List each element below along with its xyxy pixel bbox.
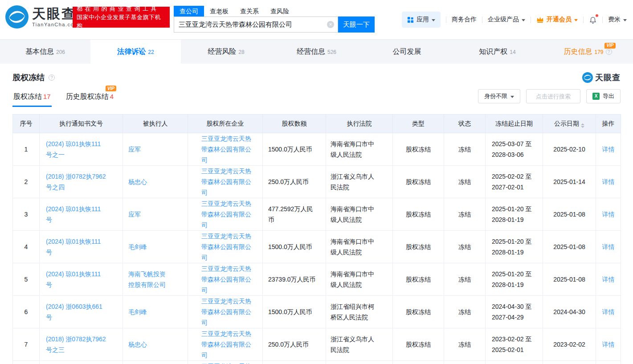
tianyancha-logo[interactable]: 天眼查 TianYanCha.com	[5, 5, 79, 29]
apps-grid-icon	[407, 16, 414, 23]
column-header-label: 状态	[458, 120, 471, 127]
nav-tab-label: 经营风险	[208, 47, 236, 57]
sub-tab-历史股权冻结[interactable]: 历史股权冻结4VIP	[65, 90, 114, 107]
cell-action: 详情	[596, 361, 621, 364]
cell-action: 详情	[596, 231, 621, 263]
sub-tab-股权冻结[interactable]: 股权冻结17	[12, 90, 52, 107]
cell-period: 2025-02-02 至 2027-02-01	[486, 166, 543, 198]
nav-tab-经营信息[interactable]: 经营信息526	[271, 40, 362, 64]
cell-court: 海南省海口市中级人民法院	[326, 198, 393, 231]
person-link[interactable]: 应军	[128, 146, 141, 153]
search-button[interactable]: 天眼一下	[338, 16, 375, 33]
company-link[interactable]: 三亚亚龙湾云天热带森林公园有限公司	[201, 265, 251, 294]
person-link[interactable]: 杨忠心	[128, 341, 147, 348]
apps-label: 应用	[417, 16, 429, 24]
detail-link[interactable]: 详情	[602, 243, 615, 250]
cell-action: 详情	[596, 166, 621, 198]
person-link[interactable]: 杨忠心	[128, 178, 147, 185]
nav-tab-经营风险[interactable]: 经营风险28	[181, 40, 271, 64]
company-link[interactable]: 三亚亚龙湾云天热带森林公园有限公司	[201, 200, 251, 229]
table-search-box[interactable]	[526, 89, 580, 103]
slogan-line2: 国家中小企业发展子基金旗下机构	[77, 13, 166, 30]
nav-tab-基本信息[interactable]: 基本信息206	[0, 40, 90, 64]
detail-link[interactable]: 详情	[602, 341, 615, 348]
vip-upgrade-menu[interactable]: 开通会员	[536, 16, 578, 24]
sort-icon[interactable]	[581, 123, 584, 128]
column-header-label: 公示日期	[554, 120, 579, 127]
cell-type: 股权冻结	[393, 133, 444, 166]
company-link[interactable]: 三亚亚龙湾云天热带森林公园有限公司	[201, 168, 251, 196]
cell-doc: (2024) 琼01执恢111号之一	[40, 133, 123, 166]
nav-tab-历史信息[interactable]: 历史信息179VIP?	[543, 40, 633, 64]
doc-link[interactable]: (2024) 琼01执恢111号	[46, 270, 101, 288]
chevron-down-icon	[623, 19, 627, 21]
company-link[interactable]: 三亚亚龙湾云天热带森林公园有限公司	[201, 135, 251, 164]
identity-filter-dropdown[interactable]: 身份不限	[478, 89, 520, 103]
cell-publish: 2025-01-08	[543, 263, 596, 296]
chevron-down-icon	[574, 19, 578, 21]
cell-amount: 477.2592万人民币	[263, 198, 326, 231]
person-link[interactable]: 应军	[128, 211, 141, 218]
export-button[interactable]: X 导出	[586, 89, 621, 103]
column-header-label: 执行法院	[347, 120, 372, 127]
table-search-input[interactable]	[536, 93, 574, 100]
doc-link[interactable]: (2018) 浙0782执7962号之三	[46, 335, 106, 353]
cell-period: 2025-01-20 至 2028-01-19	[486, 263, 543, 296]
search-tab-查关系[interactable]: 查关系	[234, 6, 265, 16]
nav-tab-法律诉讼[interactable]: 法律诉讼22	[90, 40, 181, 64]
company-link[interactable]: 三亚亚龙湾云天热带森林公园有限公司	[201, 233, 251, 261]
doc-link[interactable]: (2018) 浙0782执7962号之四	[46, 173, 106, 191]
cell-period: 2024-04-30 至 2027-04-29	[486, 296, 543, 328]
enterprise-product-menu[interactable]: 企业级产品	[488, 16, 525, 24]
doc-link[interactable]: (2024) 浙0603执661号	[46, 303, 102, 321]
nav-tab-知识产权[interactable]: 知识产权14	[452, 40, 543, 64]
column-header-label: 序号	[20, 120, 33, 127]
nav-tab-content: 知识产权14	[479, 47, 515, 57]
nav-tab-公司发展[interactable]: 公司发展	[362, 40, 452, 64]
detail-link[interactable]: 详情	[602, 211, 615, 218]
cell-publish: 2025-01-08	[543, 198, 596, 231]
section-title: 股权冻结	[12, 72, 45, 83]
detail-link[interactable]: 详情	[602, 146, 615, 153]
help-icon[interactable]: ?	[606, 49, 612, 55]
detail-link[interactable]: 详情	[602, 308, 615, 315]
nav-tab-label: 基本信息	[25, 47, 54, 57]
doc-link[interactable]: (2024) 琼01执恢111号之一	[46, 140, 101, 158]
nav-tab-content: 法律诉讼22	[117, 47, 154, 57]
excel-icon: X	[592, 93, 600, 100]
crown-icon	[536, 16, 544, 23]
notifications-button[interactable]	[589, 15, 597, 24]
help-icon[interactable]: ?	[49, 74, 55, 81]
cell-doc: (2024) 琼01执恢111号	[40, 263, 123, 296]
table-row: 4(2024) 琼01执恢111号毛剑峰三亚亚龙湾云天热带森林公园有限公司150…	[13, 231, 621, 263]
cell-company: 三亚亚龙湾云天热带森林公园有限公司	[188, 296, 263, 328]
cell-company: 三亚亚龙湾云天热带森林公园有限公司	[188, 263, 263, 296]
doc-link[interactable]: (2024) 琼01执恢111号	[46, 205, 101, 223]
column-header-类型: 类型	[393, 115, 444, 133]
company-link[interactable]: 三亚亚龙湾云天热带森林公园有限公司	[201, 330, 251, 359]
company-link[interactable]: 三亚亚龙湾云天热带森林公园有限公司	[201, 298, 251, 326]
user-menu[interactable]: 费米	[608, 16, 627, 24]
column-header-被执行人: 被执行人	[123, 115, 188, 133]
clear-search-icon[interactable]: ×	[327, 21, 334, 28]
column-header-label: 冻结起止日期	[495, 120, 533, 127]
doc-link[interactable]: (2024) 琼01执恢111号	[46, 238, 101, 256]
cell-status: 冻结	[444, 328, 486, 361]
search-tab-查老板[interactable]: 查老板	[204, 6, 234, 16]
cell-no: 1	[13, 133, 40, 166]
cell-amount: 1500.0万人民币	[263, 133, 326, 166]
company-search-input[interactable]	[174, 16, 338, 33]
cell-company: 三亚亚龙湾云天热带森林公园有限公司	[188, 133, 263, 166]
search-tab-查公司[interactable]: 查公司	[174, 6, 204, 16]
person-link[interactable]: 海南飞帆投资控股有限公司	[128, 270, 166, 288]
business-coop-menu[interactable]: 商务合作	[452, 16, 477, 24]
apps-menu[interactable]: 应用	[402, 12, 441, 28]
person-link[interactable]: 毛剑峰	[128, 243, 147, 250]
person-link[interactable]: 毛剑峰	[128, 308, 147, 315]
cell-type: 股权冻结	[393, 231, 444, 263]
cell-status: 冻结	[444, 361, 486, 364]
detail-link[interactable]: 详情	[602, 276, 615, 283]
table-row: 3(2024) 琼01执恢111号应军三亚亚龙湾云天热带森林公园有限公司477.…	[13, 198, 621, 231]
search-tab-查风险[interactable]: 查风险	[265, 6, 295, 16]
detail-link[interactable]: 详情	[602, 178, 615, 185]
